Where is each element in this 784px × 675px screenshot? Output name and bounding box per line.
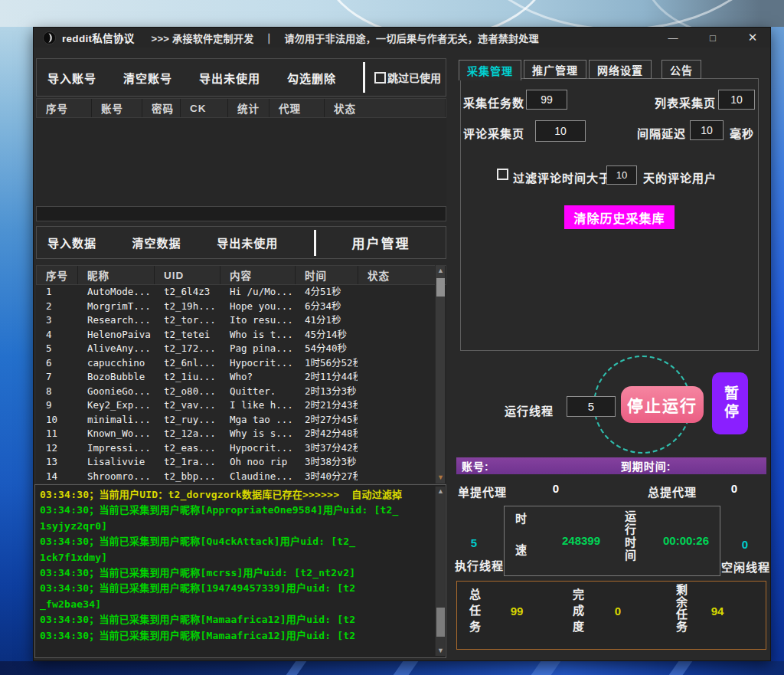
clear-history-button[interactable]: 清除历史采集库 — [564, 205, 675, 229]
cell-nickname: MorgrimT... — [77, 300, 154, 314]
cell-nickname: Shroomro... — [77, 470, 154, 484]
table-row[interactable]: 12 Impressi... t2_eas... Hypocrit... 3时3… — [36, 441, 446, 456]
filter-prefix-label: 过滤评论时间大于 — [513, 169, 611, 185]
cell-uid: t2_ruy... — [154, 413, 220, 428]
table-row[interactable]: 4 HelenoPaiva t2_tetei Who is t... 45分14… — [36, 328, 446, 342]
account-table-header-cell[interactable]: 代理 — [270, 99, 325, 117]
account-table-header-cell[interactable]: 状态 — [325, 99, 446, 117]
scrollbar-thumb[interactable] — [436, 278, 445, 297]
scroll-down-icon[interactable]: ▼ — [436, 646, 446, 656]
tab[interactable]: 网络设置 — [589, 60, 652, 79]
user-table-header-cell[interactable]: UID — [155, 266, 220, 284]
import-accounts-button[interactable]: 导入账号 — [47, 70, 96, 86]
export-unused-accounts-button[interactable]: 导出未使用 — [199, 70, 260, 86]
tab[interactable]: 推广管理 — [524, 60, 586, 79]
tab[interactable]: 采集管理 — [459, 60, 521, 80]
cell-time: 6分34秒 — [295, 300, 358, 314]
delete-checked-button[interactable]: 勾选删除 — [287, 70, 336, 86]
cell-no: 9 — [36, 398, 77, 413]
comment-pages-input[interactable] — [535, 120, 586, 142]
license-expire-label: 到期时间: — [621, 458, 671, 473]
run-threads-input[interactable] — [567, 396, 616, 417]
runtime-label: 运行时间 — [622, 510, 638, 562]
user-table-scrollbar[interactable]: ▲ ▼ — [435, 265, 445, 483]
task-count-input[interactable] — [526, 90, 567, 110]
account-table-header-cell[interactable]: CK — [181, 99, 228, 117]
cell-uid: t2_vav... — [154, 398, 220, 413]
pause-button[interactable]: 暂停 — [712, 372, 748, 434]
cell-time: 3时40分27秒 — [295, 470, 358, 484]
cell-nickname: HelenoPaiva — [77, 328, 154, 342]
table-row[interactable]: 10 minimali... t2_ruy... Mga tao ... 2时2… — [36, 413, 446, 428]
remaining-tasks-label: 剩余任务 — [673, 584, 689, 633]
scroll-down-icon[interactable]: ▼ — [436, 473, 446, 483]
scrollbar-thumb[interactable] — [436, 608, 445, 637]
cell-nickname: Key2_Exp... — [77, 398, 154, 413]
filter-comment-checkbox[interactable] — [497, 169, 508, 180]
cell-uid: t2_eas... — [154, 441, 220, 456]
maximize-button[interactable]: □ — [706, 32, 720, 44]
wallpaper-streak — [531, 661, 561, 675]
cell-no: 4 — [36, 328, 77, 342]
comment-pages-label: 评论采集页 — [463, 125, 524, 141]
account-table-header-cell[interactable]: 账号 — [92, 99, 142, 117]
titlebar[interactable]: reddit私信协议 >>> 承接软件定制开发 ｜ 请勿用于非法用途，一切后果与… — [34, 28, 770, 48]
delay-label: 间隔延迟 — [637, 125, 686, 141]
stop-run-button[interactable]: 停止运行 — [621, 386, 704, 423]
user-table-header-cell[interactable]: 状态 — [358, 266, 446, 284]
window-title: reddit私信协议 — [62, 30, 135, 45]
tab[interactable]: 公告 — [662, 60, 701, 79]
table-row[interactable]: 6 capucchino t2_6nl... Hypocrit... 1时56分… — [36, 356, 446, 371]
table-row[interactable]: 5 AliveAny... t2_172... Pag pina... 54分4… — [36, 342, 446, 356]
table-row[interactable]: 11 Known_Wo... t2_12a... Why is s... 2时4… — [36, 427, 446, 441]
cell-uid: t2_6l4z3 — [154, 285, 220, 300]
log-scrollbar[interactable]: ▲ ▼ — [435, 487, 445, 656]
cell-status — [358, 413, 446, 428]
skip-used-checkbox[interactable] — [374, 72, 386, 84]
cell-uid: t2_1iu... — [154, 370, 220, 385]
clear-data-button[interactable]: 清空数据 — [132, 234, 181, 251]
account-table-header-cell[interactable]: 统计 — [228, 99, 270, 117]
user-table-header-cell[interactable]: 内容 — [220, 266, 296, 284]
cell-content: I like h... — [220, 398, 295, 413]
filter-days-input[interactable] — [606, 165, 637, 185]
log-line: 03:34:30；当前用户UID：t2_dorvgzork数据库已存在>>>>>… — [40, 487, 441, 503]
table-row[interactable]: 7 BozoBubble t2_1iu... Who? 2时11分44秒 — [36, 370, 446, 385]
delay-input[interactable] — [690, 120, 724, 140]
user-table-header-cell[interactable]: 序号 — [37, 266, 78, 284]
cell-status — [358, 455, 446, 470]
close-button[interactable]: ✕ — [746, 31, 760, 44]
table-row[interactable]: 3 Research... t2_tor... Ito resu... 41分1… — [36, 313, 446, 328]
scroll-up-icon[interactable]: ▲ — [436, 487, 446, 496]
cell-uid: t2_tor... — [154, 313, 220, 328]
user-table-header-cell[interactable]: 昵称 — [78, 266, 155, 284]
cell-status — [358, 300, 446, 314]
log-line: 1ck7f1xdmy] — [40, 550, 441, 565]
remaining-tasks-value: 94 — [694, 605, 740, 618]
minimize-button[interactable]: — — [666, 32, 680, 44]
account-table-body[interactable] — [36, 118, 446, 206]
table-row[interactable]: 2 MorgrimT... t2_19h... Hope you... 6分34… — [36, 300, 446, 314]
account-toolbar: 导入账号 清空账号 导出未使用 勾选删除 跳过已使用 — [36, 58, 446, 97]
table-row[interactable]: 13 Lisalivvie t2_1ra... Oh noo rip 3时38分… — [36, 455, 446, 470]
log-console[interactable]: 03:34:30；当前用户UID：t2_dorvgzork数据库已存在>>>>>… — [34, 484, 446, 658]
table-row[interactable]: 9 Key2_Exp... t2_vav... I like h... 2时21… — [36, 398, 446, 413]
cell-uid: t2_1ra... — [154, 455, 220, 470]
log-line: 03:34:30；当前已采集到用户昵称[AppropriateOne9584]用… — [40, 503, 441, 518]
account-table-header-cell[interactable]: 序号 — [37, 99, 92, 117]
scroll-up-icon[interactable]: ▲ — [436, 266, 446, 276]
import-data-button[interactable]: 导入数据 — [47, 234, 96, 251]
exec-threads-value: 5 — [461, 536, 487, 549]
user-management-button[interactable]: 用户管理 — [351, 233, 410, 252]
total-proxy-value: 0 — [721, 482, 747, 495]
export-unused-data-button[interactable]: 导出未使用 — [217, 234, 278, 251]
table-row[interactable]: 8 GoonieGo... t2_o80... Quitter. 2时13分3秒 — [36, 385, 446, 399]
cell-status — [358, 398, 446, 413]
list-pages-input[interactable] — [718, 90, 755, 110]
account-table-header-cell[interactable]: 密码 — [142, 99, 181, 117]
table-row[interactable]: 1 AutoMode... t2_6l4z3 Hi /u/Mo... 4分51秒 — [36, 285, 446, 300]
cell-nickname: Lisalivvie — [77, 455, 154, 470]
table-row[interactable]: 14 Shroomro... t2_bbp... Claudine... 3时4… — [36, 470, 446, 484]
clear-accounts-button[interactable]: 清空账号 — [123, 70, 172, 86]
user-table-header-cell[interactable]: 时间 — [296, 266, 358, 284]
